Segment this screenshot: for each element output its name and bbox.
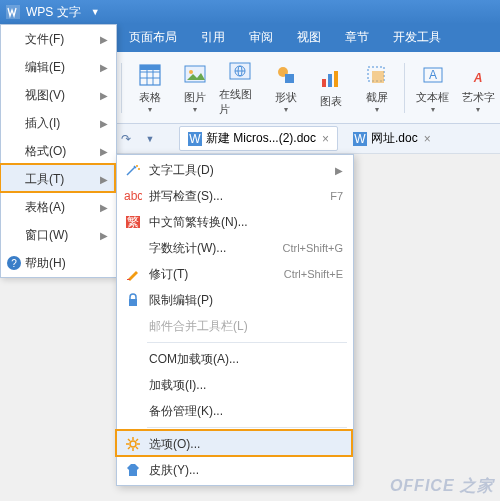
submenu-label: COM加载项(A)... — [149, 351, 343, 368]
submenu-arrow-icon: ▶ — [100, 62, 108, 73]
submenu-label: 选项(O)... — [149, 436, 343, 453]
svg-line-41 — [136, 439, 138, 441]
doc-name: 新建 Micros...(2).doc — [206, 130, 316, 147]
word-doc-icon: W — [188, 132, 202, 146]
screenshot-icon — [364, 62, 390, 88]
submenu-label: 字数统计(W)... — [149, 240, 282, 257]
menu-label: 帮助(H) — [25, 255, 108, 272]
ribbon-tab[interactable]: 章节 — [333, 23, 381, 52]
shortcut-text: F7 — [330, 190, 343, 202]
ribbon-tab[interactable]: 开发工具 — [381, 23, 453, 52]
svg-line-42 — [128, 447, 130, 449]
menu-label: 插入(I) — [25, 115, 100, 132]
shapes-button[interactable]: 形状▾ — [264, 56, 307, 120]
textbox-icon: A — [420, 62, 446, 88]
chart-button[interactable]: 图表 — [310, 56, 353, 120]
svg-point-27 — [136, 165, 138, 167]
shapes-icon — [273, 62, 299, 88]
submenu-item[interactable]: 繁中文简繁转换(N)... — [117, 209, 353, 235]
svg-rect-32 — [127, 279, 130, 280]
menu-label: 表格(A) — [25, 199, 100, 216]
main-menu-item[interactable]: 编辑(E)▶ — [1, 53, 116, 81]
submenu-item[interactable]: 字数统计(W)...Ctrl+Shift+G — [117, 235, 353, 261]
textbox-button[interactable]: A文本框▾ — [411, 56, 454, 120]
submenu-arrow-icon: ▶ — [100, 34, 108, 45]
title-dropdown-icon[interactable]: ▼ — [91, 7, 100, 17]
submenu-item[interactable]: 加载项(I)... — [117, 372, 353, 398]
svg-rect-6 — [140, 65, 160, 70]
svg-rect-15 — [322, 79, 326, 87]
screenshot-button[interactable]: 截屏▾ — [355, 56, 398, 120]
svg-text:W: W — [354, 132, 366, 146]
tools-submenu: 文字工具(D)▶abc拼写检查(S)...F7繁中文简繁转换(N)...字数统计… — [116, 154, 354, 486]
submenu-item[interactable]: abc拼写检查(S)...F7 — [117, 183, 353, 209]
shirt-icon — [123, 462, 143, 478]
submenu-item[interactable]: COM加载项(A)... — [117, 346, 353, 372]
svg-rect-17 — [334, 71, 338, 87]
redo-icon[interactable]: ↷ — [117, 130, 135, 148]
submenu-label: 皮肤(Y)... — [149, 462, 343, 479]
ribbon-tab[interactable]: 审阅 — [237, 23, 285, 52]
main-menu-item[interactable]: ?帮助(H) — [1, 249, 116, 277]
submenu-item[interactable]: 皮肤(Y)... — [117, 457, 353, 483]
close-tab-icon[interactable]: × — [424, 132, 431, 146]
watermark: OFFICE 之家 — [390, 476, 494, 497]
table-button[interactable]: 表格▾ — [128, 56, 171, 120]
submenu-label: 中文简繁转换(N)... — [149, 214, 343, 231]
image-button[interactable]: 图片▾ — [173, 56, 216, 120]
submenu-arrow-icon: ▶ — [100, 118, 108, 129]
ribbon-tab[interactable]: 引用 — [189, 23, 237, 52]
document-tab[interactable]: W 新建 Micros...(2).doc × — [179, 126, 338, 151]
submenu-item[interactable]: 限制编辑(P) — [117, 287, 353, 313]
submenu-arrow-icon: ▶ — [335, 165, 343, 176]
main-menu-item[interactable]: 工具(T)▶ — [1, 165, 116, 193]
blank-icon — [123, 403, 143, 419]
wordart-icon: A — [465, 62, 491, 88]
submenu-item[interactable]: 文字工具(D)▶ — [117, 157, 353, 183]
main-menu-item[interactable]: 表格(A)▶ — [1, 193, 116, 221]
menu-label: 工具(T) — [25, 171, 100, 188]
svg-point-34 — [130, 441, 136, 447]
app-title: WPS 文字 — [26, 4, 81, 21]
blank-icon — [123, 318, 143, 334]
help-icon: ? — [7, 256, 21, 270]
main-menu-item[interactable]: 文件(F)▶ — [1, 25, 116, 53]
submenu-item[interactable]: 备份管理(K)... — [117, 398, 353, 424]
gear-icon — [123, 436, 143, 452]
document-tab[interactable]: W 网址.doc × — [344, 126, 440, 151]
shortcut-text: Ctrl+Shift+E — [284, 268, 343, 280]
svg-text:繁: 繁 — [127, 215, 139, 229]
submenu-arrow-icon: ▶ — [100, 230, 108, 241]
image-icon — [182, 62, 208, 88]
svg-rect-14 — [285, 74, 294, 83]
pen-icon — [123, 266, 143, 282]
wps-logo-icon — [6, 5, 20, 19]
svg-point-8 — [189, 70, 193, 74]
submenu-label: 备份管理(K)... — [149, 403, 343, 420]
submenu-arrow-icon: ▶ — [100, 174, 108, 185]
main-menu-item[interactable]: 视图(V)▶ — [1, 81, 116, 109]
online-image-button[interactable]: 在线图片 — [219, 56, 262, 120]
qat-dropdown-icon[interactable]: ▼ — [141, 130, 159, 148]
submenu-item[interactable]: 修订(T)Ctrl+Shift+E — [117, 261, 353, 287]
main-menu-item[interactable]: 格式(O)▶ — [1, 137, 116, 165]
chart-icon — [318, 66, 344, 92]
ribbon-tab[interactable]: 页面布局 — [117, 23, 189, 52]
svg-text:A: A — [473, 71, 483, 85]
close-tab-icon[interactable]: × — [322, 132, 329, 146]
submenu-item[interactable]: 选项(O)... — [117, 431, 353, 457]
main-menu-item[interactable]: 插入(I)▶ — [1, 109, 116, 137]
svg-rect-33 — [129, 299, 137, 306]
wordart-button[interactable]: A艺术字▾ — [457, 56, 500, 120]
submenu-arrow-icon: ▶ — [100, 90, 108, 101]
word-doc-icon: W — [353, 132, 367, 146]
submenu-label: 邮件合并工具栏(L) — [149, 318, 343, 335]
blank-icon — [123, 377, 143, 393]
svg-text:W: W — [189, 132, 201, 146]
online-image-icon — [227, 59, 253, 85]
ribbon-tab[interactable]: 视图 — [285, 23, 333, 52]
blank-icon — [123, 351, 143, 367]
main-menu-item[interactable]: 窗口(W)▶ — [1, 221, 116, 249]
svg-rect-19 — [372, 71, 384, 83]
submenu-item: 邮件合并工具栏(L) — [117, 313, 353, 339]
